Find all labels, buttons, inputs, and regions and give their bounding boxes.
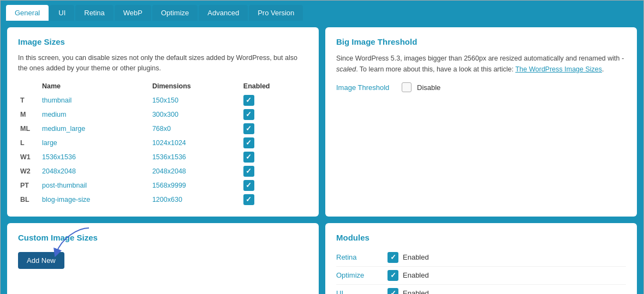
col-dimensions: Dimensions	[150, 80, 241, 93]
row-abbr: T	[18, 93, 40, 107]
module-status-text: Enabled	[403, 253, 429, 261]
table-row: W1 1536x1536 1536x1536	[18, 150, 308, 164]
module-name: Optimize	[336, 271, 380, 279]
row-abbr: M	[18, 107, 40, 122]
row-dimensions[interactable]: 1200x630	[150, 193, 241, 207]
tab-ui[interactable]: UI	[50, 5, 74, 21]
tab-bar: General UI Retina WebP Optimize Advanced…	[1, 1, 643, 21]
row-enabled[interactable]	[241, 193, 308, 207]
row-enabled[interactable]	[241, 93, 308, 107]
image-sizes-description: In this screen, you can disable sizes no…	[18, 53, 308, 74]
row-name[interactable]: medium_large	[40, 122, 150, 136]
threshold-description: Since WordPress 5.3, images bigger than …	[336, 53, 626, 75]
row-name[interactable]: post-thumbnail	[40, 178, 150, 193]
sizes-table: Name Dimensions Enabled T thumbnail 150x…	[18, 80, 308, 207]
table-row: T thumbnail 150x150	[18, 93, 308, 107]
enabled-checkbox[interactable]	[243, 180, 254, 191]
tab-optimize[interactable]: Optimize	[152, 5, 198, 21]
row-dimensions[interactable]: 1568x9999	[150, 178, 241, 193]
row-abbr: ML	[18, 122, 40, 136]
image-sizes-panel: Image Sizes In this screen, you can disa…	[7, 27, 319, 217]
row-dimensions[interactable]: 1024x1024	[150, 136, 241, 150]
add-new-container: Add New	[18, 249, 64, 269]
row-abbr: W2	[18, 164, 40, 178]
app-container: General UI Retina WebP Optimize Advanced…	[0, 0, 644, 294]
row-enabled[interactable]	[241, 178, 308, 193]
enabled-checkbox[interactable]	[243, 152, 254, 163]
image-sizes-title: Image Sizes	[18, 37, 308, 46]
threshold-label: Image Threshold	[336, 83, 396, 92]
row-abbr: PT	[18, 178, 40, 193]
module-checkbox[interactable]	[387, 270, 398, 281]
tab-general[interactable]: General	[6, 5, 49, 21]
threshold-row: Image Threshold Disable	[336, 82, 626, 92]
tab-webp[interactable]: WebP	[115, 5, 151, 21]
enabled-checkbox[interactable]	[243, 137, 254, 148]
main-content: Image Sizes In this screen, you can disa…	[1, 21, 643, 294]
row-abbr: W1	[18, 150, 40, 164]
module-row: Retina Enabled	[336, 249, 626, 267]
row-dimensions[interactable]: 300x300	[150, 107, 241, 122]
custom-image-sizes-panel: Custom Image Sizes Add New	[7, 223, 319, 295]
module-row: UI Enabled	[336, 285, 626, 295]
module-checkbox[interactable]	[387, 252, 398, 263]
row-name[interactable]: medium	[40, 107, 150, 122]
table-row: ML medium_large 768x0	[18, 122, 308, 136]
row-name[interactable]: large	[40, 136, 150, 150]
module-name: Retina	[336, 253, 380, 261]
row-dimensions[interactable]: 768x0	[150, 122, 241, 136]
row-name[interactable]: 1536x1536	[40, 150, 150, 164]
row-abbr: L	[18, 136, 40, 150]
row-dimensions[interactable]: 150x150	[150, 93, 241, 107]
module-status-text: Enabled	[403, 289, 429, 294]
tab-pro-version[interactable]: Pro Version	[249, 5, 303, 21]
enabled-checkbox[interactable]	[243, 109, 254, 120]
enabled-checkbox[interactable]	[243, 194, 254, 205]
enabled-checkbox[interactable]	[243, 166, 254, 177]
table-row: PT post-thumbnail 1568x9999	[18, 178, 308, 193]
table-row: L large 1024x1024	[18, 136, 308, 150]
row-enabled[interactable]	[241, 107, 308, 122]
module-status: Enabled	[387, 252, 429, 263]
enabled-checkbox[interactable]	[243, 95, 254, 106]
row-name[interactable]: thumbnail	[40, 93, 150, 107]
module-status-text: Enabled	[403, 271, 429, 279]
row-enabled[interactable]	[241, 164, 308, 178]
row-abbr: BL	[18, 193, 40, 207]
module-status: Enabled	[387, 288, 429, 295]
threshold-title: Big Image Threshold	[336, 37, 626, 46]
row-dimensions[interactable]: 1536x1536	[150, 150, 241, 164]
big-image-threshold-panel: Big Image Threshold Since WordPress 5.3,…	[325, 27, 637, 217]
table-row: W2 2048x2048 2048x2048	[18, 164, 308, 178]
module-name: UI	[336, 289, 380, 294]
tab-advanced[interactable]: Advanced	[199, 5, 248, 21]
table-row: BL blog-image-size 1200x630	[18, 193, 308, 207]
tab-retina[interactable]: Retina	[75, 5, 114, 21]
table-row: M medium 300x300	[18, 107, 308, 122]
enabled-checkbox[interactable]	[243, 123, 254, 134]
col-abbr	[18, 80, 40, 93]
disable-checkbox[interactable]	[402, 82, 412, 92]
add-new-button[interactable]: Add New	[18, 252, 64, 269]
row-enabled[interactable]	[241, 136, 308, 150]
module-row: Optimize Enabled	[336, 267, 626, 285]
custom-sizes-title: Custom Image Sizes	[18, 233, 308, 242]
col-name: Name	[40, 80, 150, 93]
threshold-link[interactable]: The WordPress Image Sizes	[515, 65, 602, 73]
module-status: Enabled	[387, 270, 429, 281]
disable-label: Disable	[417, 83, 440, 92]
module-checkbox[interactable]	[387, 288, 398, 295]
row-enabled[interactable]	[241, 122, 308, 136]
row-name[interactable]: 2048x2048	[40, 164, 150, 178]
modules-list: Retina Enabled Optimize Enabled UI Enabl…	[336, 249, 626, 295]
row-enabled[interactable]	[241, 150, 308, 164]
modules-title: Modules	[336, 233, 626, 242]
modules-panel: Modules Retina Enabled Optimize Enabled …	[325, 223, 637, 295]
col-enabled: Enabled	[241, 80, 308, 93]
row-name[interactable]: blog-image-size	[40, 193, 150, 207]
row-dimensions[interactable]: 2048x2048	[150, 164, 241, 178]
